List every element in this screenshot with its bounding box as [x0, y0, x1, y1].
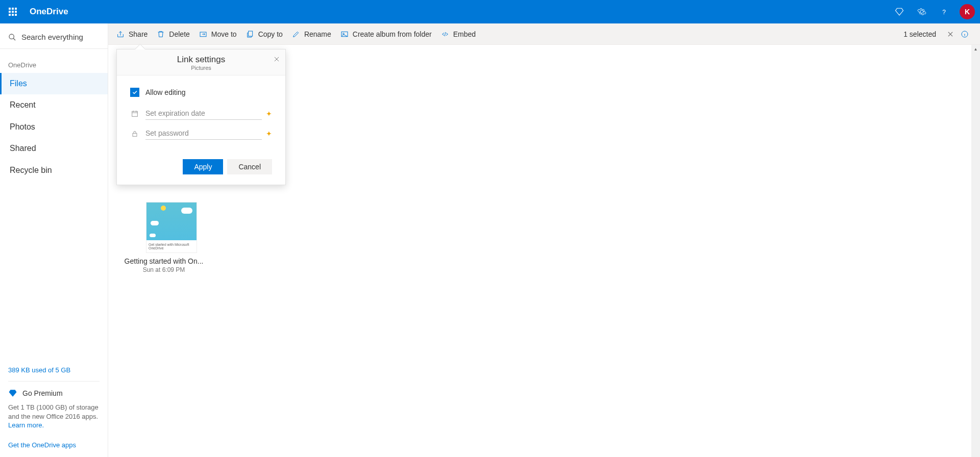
storage-usage[interactable]: 389 KB used of 5 GB: [8, 366, 100, 374]
get-apps-link[interactable]: Get the OneDrive apps: [8, 441, 100, 449]
app-header: OneDrive ? K: [0, 0, 980, 23]
sidebar-divider: [8, 381, 100, 382]
premium-spark-icon: ✦: [266, 110, 272, 118]
search-box[interactable]: Search everything: [0, 29, 108, 49]
file-date: Sun at 6:09 PM: [120, 266, 207, 273]
svg-line-2: [13, 38, 15, 40]
breadcrumb[interactable]: OneDrive: [0, 49, 108, 73]
popover-title: Link settings: [117, 55, 285, 65]
search-placeholder-text: Search everything: [21, 33, 83, 41]
nav-shared[interactable]: Shared: [0, 138, 108, 159]
delete-button[interactable]: Delete: [157, 30, 189, 38]
file-tile[interactable]: Get started with Microsoft OneDrive Gett…: [120, 202, 207, 273]
svg-rect-8: [132, 111, 138, 116]
document-thumbnail: Get started with Microsoft OneDrive: [146, 202, 197, 253]
app-launcher-button[interactable]: [5, 4, 20, 19]
embed-button[interactable]: Embed: [441, 30, 476, 38]
brand-name: OneDrive: [30, 7, 68, 17]
nav-photos[interactable]: Photos: [0, 116, 108, 138]
settings-gear-icon[interactable]: [911, 0, 933, 23]
help-icon[interactable]: ?: [933, 0, 955, 23]
user-avatar[interactable]: K: [960, 4, 975, 19]
nav-files[interactable]: Files: [0, 73, 108, 94]
move-to-button[interactable]: Move to: [199, 30, 237, 38]
svg-point-1: [9, 34, 14, 39]
create-album-button[interactable]: Create album from folder: [340, 30, 432, 38]
password-input[interactable]: [145, 127, 262, 140]
vertical-scrollbar[interactable]: ▲: [971, 45, 980, 457]
scroll-up-arrow[interactable]: ▲: [971, 45, 980, 54]
nav-recycle-bin[interactable]: Recycle bin: [0, 160, 108, 181]
popover-close-button[interactable]: [273, 56, 280, 65]
copy-to-button[interactable]: Copy to: [246, 30, 283, 38]
apply-button[interactable]: Apply: [183, 159, 223, 174]
expiration-date-input[interactable]: [145, 107, 262, 120]
link-settings-popover: Link settings Pictures Allow editing ✦ ✦: [116, 49, 286, 185]
clear-selection-button[interactable]: [943, 27, 958, 41]
calendar-icon: [130, 110, 139, 118]
popover-subtitle: Pictures: [117, 65, 285, 71]
info-button[interactable]: [958, 27, 972, 41]
go-premium-button[interactable]: Go Premium: [8, 389, 100, 398]
sidebar: Search everything OneDrive Files Recent …: [0, 23, 108, 457]
svg-text:?: ?: [942, 9, 946, 16]
lock-icon: [130, 130, 139, 138]
cancel-button[interactable]: Cancel: [227, 159, 272, 174]
svg-rect-9: [133, 133, 137, 136]
rename-button[interactable]: Rename: [292, 30, 331, 38]
nav-recent[interactable]: Recent: [0, 94, 108, 116]
allow-editing-checkbox[interactable]: [130, 88, 139, 97]
premium-promo-text: Get 1 TB (1000 GB) of storage and the ne…: [8, 403, 100, 421]
learn-more-link[interactable]: Learn more.: [8, 421, 44, 429]
allow-editing-label: Allow editing: [145, 88, 186, 96]
svg-rect-4: [248, 31, 252, 36]
premium-diamond-icon[interactable]: [888, 0, 911, 23]
premium-spark-icon: ✦: [266, 130, 272, 138]
file-name: Getting started with On...: [120, 257, 207, 265]
selection-count: 1 selected: [903, 30, 936, 38]
share-button[interactable]: Share: [116, 30, 148, 38]
go-premium-label: Go Premium: [22, 389, 63, 397]
command-bar: Share Delete Move to Copy to Rename Crea…: [108, 23, 980, 45]
